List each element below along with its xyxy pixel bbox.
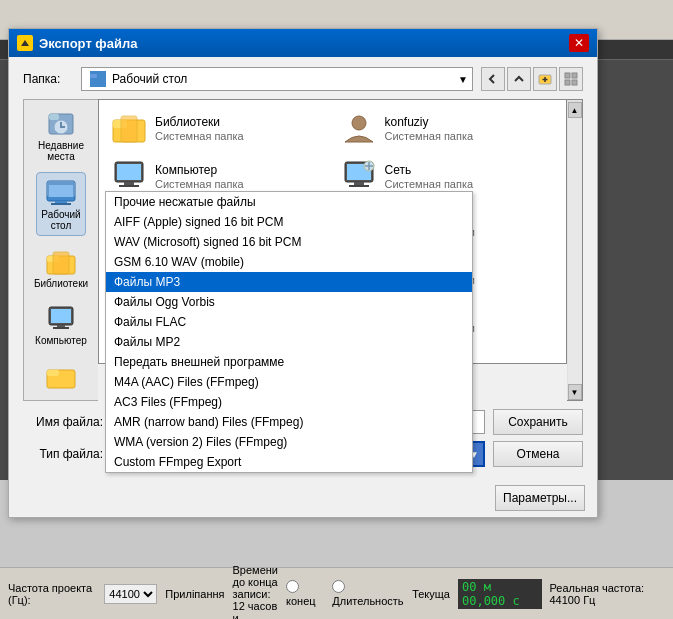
option-flac[interactable]: Файлы FLAC [106, 312, 472, 332]
file-item-info-computer: Компьютер Системная папка [155, 163, 244, 190]
option-ogg[interactable]: Файлы Ogg Vorbis [106, 292, 472, 312]
file-type-network: Системная папка [385, 178, 474, 190]
option-m4a[interactable]: M4A (AAC) Files (FFmpeg) [106, 372, 472, 392]
svg-rect-3 [90, 74, 97, 78]
computer-label: Компьютер [35, 335, 87, 346]
current-label: Текуща [412, 588, 450, 600]
svg-rect-31 [117, 164, 141, 180]
file-item-libraries[interactable]: Библиотеки Системная папка [103, 104, 333, 152]
folder-nav-buttons [481, 67, 583, 91]
svg-rect-7 [565, 80, 570, 85]
sidebar-recent[interactable]: Недавниеместа [34, 104, 88, 166]
nav-up-button[interactable] [507, 67, 531, 91]
libraries-file-icon [111, 110, 147, 146]
recent-label: Недавниеместа [38, 140, 84, 162]
dialog-inner: Папка: Рабочий стол ▼ [9, 57, 597, 519]
sidebar-desktop[interactable]: Рабочийстол [36, 172, 85, 236]
real-freq-label: Реальная частота: 44100 Гц [550, 582, 666, 606]
network-icon [341, 158, 377, 194]
params-button-area: Параметры... [495, 485, 585, 511]
folder-arrow-icon: ▼ [458, 74, 468, 85]
option-wav[interactable]: WAV (Microsoft) signed 16 bit PCM [106, 232, 472, 252]
cancel-button[interactable]: Отмена [493, 441, 583, 467]
svg-rect-37 [349, 185, 369, 187]
folder-extra-icon [45, 360, 77, 392]
dialog-title-left: Экспорт файла [17, 35, 137, 51]
libraries-icon [45, 246, 77, 278]
end-radio[interactable] [286, 580, 299, 593]
duration-radio[interactable] [332, 580, 345, 593]
time-remaining-label: Времени до конца записи: 12 часов и [233, 564, 278, 620]
filename-label: Имя файла: [23, 415, 103, 429]
file-item-info-libraries: Библиотеки Системная папка [155, 115, 244, 142]
filetype-label: Тип файла: [23, 447, 103, 461]
svg-rect-25 [47, 370, 59, 376]
dialog-title: Экспорт файла [39, 36, 137, 51]
computer-icon [45, 303, 77, 335]
file-item-info-network: Сеть Системная папка [385, 163, 474, 190]
konfuziy-icon [341, 110, 377, 146]
save-button[interactable]: Сохранить [493, 409, 583, 435]
folder-dropdown[interactable]: Рабочий стол ▼ [81, 67, 473, 91]
nav-back-button[interactable] [481, 67, 505, 91]
dialog-close-button[interactable]: ✕ [569, 34, 589, 52]
end-radio-label: конец [286, 580, 324, 607]
option-external[interactable]: Передать внешней программе [106, 352, 472, 372]
file-name-konfuziy: konfuziy [385, 115, 474, 129]
dialog-title-bar: Экспорт файла ✕ [9, 29, 597, 57]
option-amr[interactable]: AMR (narrow band) Files (FFmpeg) [106, 412, 472, 432]
desktop-label: Рабочийстол [41, 209, 80, 231]
sidebar-extra[interactable] [41, 356, 81, 396]
scroll-down-button[interactable]: ▼ [568, 384, 582, 400]
folder-row: Папка: Рабочий стол ▼ [23, 67, 583, 91]
file-item-konfuziy[interactable]: konfuziy Системная папка [333, 104, 563, 152]
file-type-konfuziy: Системная папка [385, 130, 474, 142]
svg-rect-6 [572, 73, 577, 78]
attach-label: Приліпання [165, 588, 224, 600]
sidebar-computer[interactable]: Компьютер [31, 299, 91, 350]
scroll-up-button[interactable]: ▲ [568, 102, 582, 118]
params-button[interactable]: Параметры... [495, 485, 585, 511]
file-name-computer: Компьютер [155, 163, 244, 177]
computer-file-icon [111, 158, 147, 194]
nav-view-button[interactable] [559, 67, 583, 91]
option-gsm[interactable]: GSM 6.10 WAV (mobile) [106, 252, 472, 272]
folder-icon [90, 71, 106, 87]
option-ac3[interactable]: AC3 Files (FFmpeg) [106, 392, 472, 412]
status-bar: Частота проекта (Гц): 44100 Приліпання В… [0, 567, 673, 619]
option-wma[interactable]: WMA (version 2) Files (FFmpeg) [106, 432, 472, 452]
export-dialog: Экспорт файла ✕ Папка: Рабочий стол ▼ [8, 28, 598, 518]
freq-selector[interactable]: 44100 [104, 584, 157, 604]
option-custom-ffmpeg[interactable]: Custom FFmpeg Export [106, 452, 472, 472]
recent-icon [45, 108, 77, 140]
svg-rect-5 [565, 73, 570, 78]
option-mp3[interactable]: Файлы MP3 [106, 272, 472, 292]
scroll-track [568, 118, 582, 384]
svg-rect-28 [121, 116, 137, 142]
svg-rect-16 [49, 185, 73, 197]
duration-radio-label: Длительность [332, 580, 404, 607]
svg-rect-10 [49, 114, 59, 120]
svg-rect-15 [51, 203, 71, 205]
file-scrollbar[interactable]: ▲ ▼ [567, 99, 583, 401]
sidebar-libraries[interactable]: Библиотеки [30, 242, 92, 293]
time-display: 00 м 00,000 с [458, 579, 542, 609]
file-item-info-konfuziy: konfuziy Системная папка [385, 115, 474, 142]
svg-rect-8 [572, 80, 577, 85]
file-name-network: Сеть [385, 163, 474, 177]
option-aiff[interactable]: AIFF (Apple) signed 16 bit PCM [106, 212, 472, 232]
option-mp2[interactable]: Файлы MP2 [106, 332, 472, 352]
folder-value: Рабочий стол [112, 72, 187, 86]
dialog-icon [17, 35, 33, 51]
sidebar: Недавниеместа Рабочийстол [23, 99, 98, 401]
desktop-icon [45, 177, 77, 209]
svg-rect-21 [51, 309, 71, 323]
nav-new-folder-button[interactable] [533, 67, 557, 91]
svg-rect-23 [53, 327, 69, 329]
freq-label: Частота проекта (Гц): [8, 582, 96, 606]
file-name-libraries: Библиотеки [155, 115, 244, 129]
svg-rect-33 [119, 185, 139, 187]
file-type-libraries: Системная папка [155, 130, 244, 142]
option-uncompressed[interactable]: Прочие несжатые файлы [106, 192, 472, 212]
file-type-computer: Системная папка [155, 178, 244, 190]
